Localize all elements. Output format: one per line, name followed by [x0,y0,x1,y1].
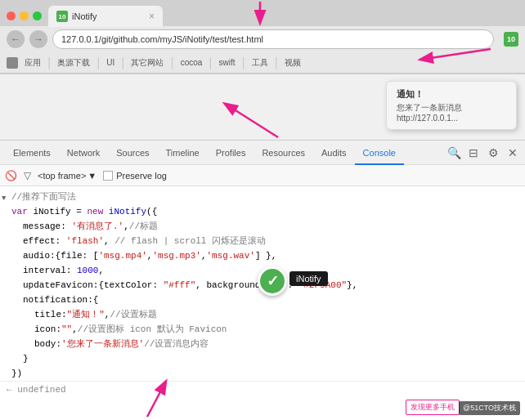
code-text: audio:{file: ['msg.mp4','msg.mp3','msg.w… [23,249,276,262]
tab-bar: 10 iNotify × [0,0,525,26]
tab-network[interactable]: Network [59,141,108,165]
bookmark-tools[interactable]: 工具 [252,57,268,69]
tab-timeline[interactable]: Timeline [158,141,208,165]
bookmarks-bar: 应用 | 奥源下载 | UI | 其它网站 | cocoa | swift | … [0,52,525,74]
back-button[interactable]: ← [7,30,25,48]
tab-title: iNotify [72,11,97,21]
bookmark-ui[interactable]: UI [106,58,114,67]
favicon-badge: 10 [504,32,518,47]
code-text: message: '有消息了.',//标题 [23,220,158,233]
bookmark-other[interactable]: 其它网站 [131,57,164,69]
notification-body-line2: http://127.0.0.1... [397,114,506,123]
frame-selector[interactable]: <top frame> ▼ [38,171,96,181]
devtools-panel: Elements Network Sources Timeline Profil… [0,140,525,393]
code-text: effect: 'flash', // flash | scroll 闪烁还是滚… [23,235,266,248]
console-line: //推荐下面写法 [0,190,525,204]
code-text: interval: 1000, [23,264,104,277]
undefined-text: ← undefined [7,383,66,393]
address-bar-row: ← → 127.0.0.1/git/github.com/myJS/iNotif… [0,26,525,52]
console-line: var iNotify = new iNotify({ [0,204,525,219]
tab-audits[interactable]: Audits [313,141,355,165]
close-devtools-icon[interactable]: ✕ [505,145,520,160]
devtools-toolbar: Elements Network Sources Timeline Profil… [0,141,525,165]
frame-label: <top frame> [38,171,86,181]
active-tab[interactable]: 10 iNotify × [48,6,163,27]
code-text: //推荐下面写法 [11,190,76,203]
maximize-button[interactable] [33,11,42,20]
dock-icon[interactable]: ⊟ [466,145,481,160]
tab-resources[interactable]: Resources [254,141,313,165]
tab-favicon: 10 [56,11,68,22]
code-text: } [23,352,29,365]
inotify-circle-badge: ✓ [258,266,287,296]
apps-icon[interactable] [7,57,18,69]
bookmark-apps[interactable]: 应用 [25,57,41,69]
inotify-tooltip-label: iNotify [289,271,328,286]
bookmark-swift[interactable]: swift [218,58,235,67]
tab-close-button[interactable]: × [149,11,155,22]
notification-popup: 通知！ 您来了一条新消息 http://127.0.0.1... [386,81,517,130]
console-line: notification:{ [0,293,525,307]
minimize-button[interactable] [20,11,29,20]
forward-button[interactable]: → [29,30,47,48]
notification-title: 通知！ [397,88,506,101]
code-text: }) [11,367,22,380]
devtools-action-icons: 🔍 ⊟ ⚙ ✕ [446,145,520,160]
notification-body-line1: 您来了一条新消息 [397,102,506,114]
traffic-lights [7,11,42,20]
preserve-log-label[interactable]: Preserve log [103,171,167,181]
undefined-output: ← undefined [0,381,525,393]
watermark-mobile: 发现更多手机 [406,400,460,415]
bookmark-cocoa[interactable]: cocoa [181,58,203,67]
console-line: effect: 'flash', // flash | scroll 闪烁还是滚… [0,234,525,248]
tab-sources[interactable]: Sources [108,141,157,165]
code-text: body:'您来了一条新消息'//设置消息内容 [34,337,209,351]
console-line: body:'您来了一条新消息'//设置消息内容 [0,337,525,351]
bookmark-video[interactable]: 视频 [285,57,301,69]
console-line: } [0,351,525,366]
watermark-site: @51CTO技术栈 [459,401,520,415]
tab-console[interactable]: Console [355,141,404,165]
code-text: icon:"",//设置图标 icon 默认为 Favicon [34,323,227,336]
page-content: 通知！ 您来了一条新消息 http://127.0.0.1... [0,74,525,140]
filter-icon[interactable]: ▽ [24,170,31,181]
console-line: audio:{file: ['msg.mp4','msg.mp3','msg.w… [0,248,525,263]
close-button[interactable] [7,11,16,20]
console-line: message: '有消息了.',//标题 [0,219,525,234]
devtools-tabs: Elements Network Sources Timeline Profil… [5,141,446,165]
tab-elements[interactable]: Elements [5,141,59,165]
preserve-log-checkbox[interactable] [103,171,113,181]
bookmark-download[interactable]: 奥源下载 [57,57,90,69]
preserve-log-text: Preserve log [116,171,167,181]
console-line: }) [0,366,525,381]
settings-icon[interactable]: ⚙ [486,145,500,160]
checkmark-icon: ✓ [267,274,279,288]
code-text: title:"通知！",//设置标题 [34,308,157,321]
console-line: title:"通知！",//设置标题 [0,307,525,322]
clear-console-icon[interactable]: 🚫 [5,170,17,181]
url-text: 127.0.0.1/git/github.com/myJS/iNotify/te… [61,34,263,44]
code-text: notification:{ [23,293,98,306]
frame-dropdown-icon: ▼ [88,171,96,181]
tab-profiles[interactable]: Profiles [208,141,254,165]
apps-grid-icon [7,57,18,69]
address-bar[interactable]: 127.0.0.1/git/github.com/myJS/iNotify/te… [52,29,494,49]
console-subbar: 🚫 ▽ <top frame> ▼ Preserve log [0,165,525,186]
search-icon[interactable]: 🔍 [446,145,461,160]
code-text: var iNotify = new iNotify({ [11,205,157,218]
browser-chrome: 10 iNotify × ← → 127.0.0.1/git/github.co… [0,0,525,74]
console-line: icon:"",//设置图标 icon 默认为 Favicon [0,322,525,337]
